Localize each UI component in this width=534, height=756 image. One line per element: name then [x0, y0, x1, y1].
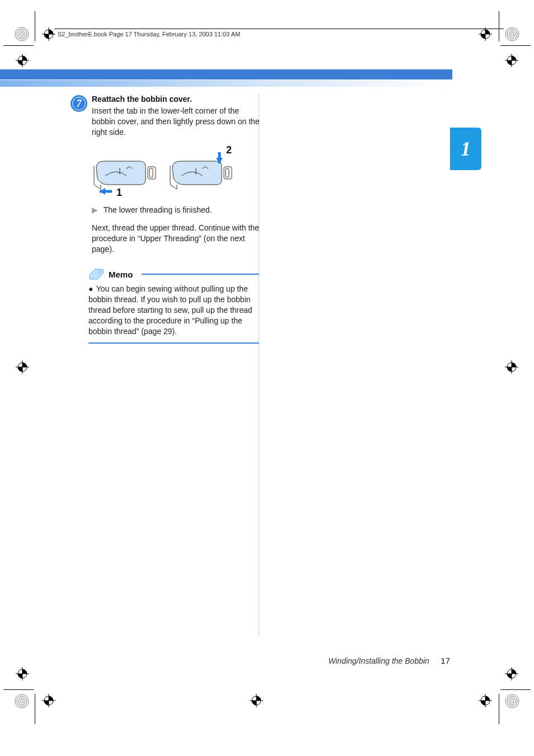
result-text: The lower threading is finished.: [104, 205, 212, 214]
chapter-header-bar: [0, 69, 452, 79]
svg-point-0: [15, 27, 29, 41]
crop-ornament-bottom-right: [505, 694, 519, 708]
registration-mark-icon: [479, 694, 492, 710]
step-number-badge: 7: [71, 95, 87, 112]
crop-hairline: [499, 694, 499, 724]
footer-page-number: 17: [441, 656, 450, 665]
crop-ornament-top-left: [15, 27, 29, 41]
svg-rect-51: [149, 168, 153, 177]
svg-point-42: [17, 696, 27, 706]
crop-hairline: [35, 694, 35, 724]
registration-mark-icon: [16, 360, 29, 376]
header-rule: [54, 29, 504, 29]
crop-hairline: [500, 45, 531, 46]
svg-point-44: [20, 699, 24, 703]
memo-header-rule: [142, 274, 259, 275]
crop-hairline: [35, 11, 35, 41]
crop-hairline: [3, 689, 34, 690]
svg-point-41: [15, 694, 29, 708]
step-body: Insert the tab in the lower-left corner …: [92, 106, 261, 138]
registration-mark-icon: [42, 694, 55, 710]
running-head: S2_brotherE.book Page 17 Thursday, Febru…: [58, 31, 240, 37]
svg-point-7: [510, 32, 514, 36]
step-title: Reattach the bobbin cover.: [92, 94, 261, 105]
svg-point-45: [505, 694, 519, 708]
svg-point-5: [507, 29, 517, 39]
svg-point-1: [17, 29, 27, 39]
crop-hairline: [3, 45, 34, 46]
memo-header: Memo: [88, 268, 259, 280]
svg-point-4: [505, 27, 519, 41]
svg-point-47: [509, 698, 516, 705]
registration-mark-icon: [479, 27, 492, 43]
svg-point-43: [18, 698, 25, 705]
svg-point-55: [99, 271, 101, 273]
result-line: ▶ The lower threading is finished.: [92, 205, 261, 215]
registration-mark-icon: [505, 54, 518, 69]
footer-section: Winding/Installing the Bobbin: [328, 656, 429, 665]
crop-hairline: [499, 11, 499, 41]
chapter-header-fade: [0, 80, 452, 87]
registration-mark-icon: [42, 27, 55, 43]
registration-mark-icon: [16, 667, 29, 683]
registration-mark-icon: [505, 360, 518, 376]
crop-ornament-bottom-left: [15, 694, 29, 708]
memo-bullet-icon: ●: [88, 284, 94, 294]
manual-page: S2_brotherE.book Page 17 Thursday, Febru…: [0, 0, 534, 756]
memo-box: Memo ● You can begin sewing without pull…: [88, 268, 259, 343]
memo-body: ● You can begin sewing without pulling u…: [88, 280, 259, 342]
registration-mark-icon: [250, 694, 263, 710]
chapter-number: 1: [461, 137, 471, 161]
illustration-callout-1: 1: [116, 187, 122, 197]
svg-point-46: [507, 696, 517, 706]
crop-hairline: [500, 689, 531, 690]
chapter-tab: 1: [450, 128, 481, 170]
memo-footer-rule: [88, 342, 259, 344]
result-marker-icon: ▶: [92, 205, 98, 214]
registration-mark-icon: [16, 54, 29, 69]
page-footer: Winding/Installing the Bobbin 17: [0, 656, 534, 666]
registration-mark-icon: [505, 667, 518, 683]
memo-text: You can begin sewing without pulling up …: [88, 284, 252, 336]
svg-point-6: [509, 31, 516, 37]
svg-rect-54: [226, 168, 229, 177]
svg-point-3: [20, 32, 24, 36]
svg-point-48: [510, 699, 514, 703]
memo-tag-icon: [88, 268, 104, 280]
svg-point-2: [18, 31, 25, 37]
memo-label: Memo: [109, 270, 133, 279]
followup-paragraph: Next, thread the upper thread. Continue …: [92, 223, 261, 255]
crop-ornament-top-right: [505, 27, 519, 41]
content-column: 7 Reattach the bobbin cover. Insert the …: [72, 94, 261, 344]
illustration-callout-2: 2: [226, 145, 232, 156]
bobbin-cover-illustration: 1 2: [92, 145, 243, 197]
